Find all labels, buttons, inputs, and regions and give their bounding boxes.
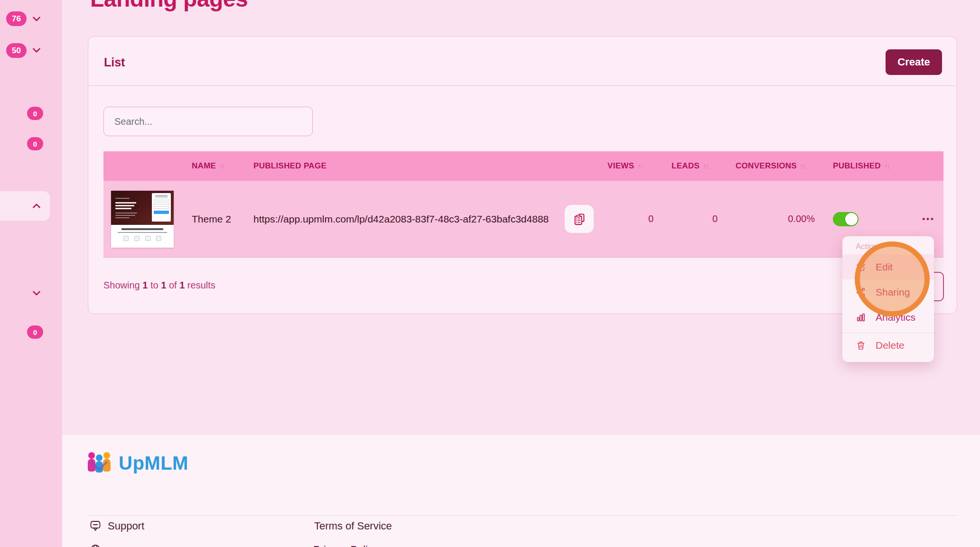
chevron-down-icon[interactable] xyxy=(30,287,43,299)
footer-link-privacy[interactable]: Privacy Policy xyxy=(313,544,378,547)
row-views: 0 xyxy=(596,213,660,224)
menu-item-delete[interactable]: Delete xyxy=(842,333,934,357)
sort-icon[interactable]: ↑↓ xyxy=(637,162,643,170)
share-icon xyxy=(856,287,866,297)
header-published-page: PUBLISHED PAGE xyxy=(246,161,596,171)
support-chat-icon xyxy=(90,520,101,532)
count-badge: 0 xyxy=(27,137,43,150)
row-actions-ellipsis-button[interactable]: ••• xyxy=(922,215,935,223)
header-published[interactable]: PUBLISHED↑↓ xyxy=(821,161,888,171)
brand-logo[interactable]: UpMLM xyxy=(85,451,188,475)
brand-name: UpMLM xyxy=(119,453,188,474)
trash-icon xyxy=(856,340,866,351)
footer-link-language[interactable] xyxy=(90,544,101,547)
actions-menu: Actions Edit Sharing Anal xyxy=(842,236,934,362)
copy-url-button[interactable] xyxy=(564,204,594,233)
page-title: Landing pages xyxy=(90,0,248,12)
menu-item-analytics[interactable]: Analytics xyxy=(842,305,934,330)
bar-chart-icon xyxy=(856,312,866,323)
count-badge: 76 xyxy=(6,11,27,26)
globe-icon xyxy=(90,544,101,547)
edit-icon xyxy=(856,262,866,272)
header-conversions[interactable]: CONVERSIONS↑↓ xyxy=(724,161,821,171)
sort-icon[interactable]: ↑↓ xyxy=(703,162,708,170)
card-header-divider xyxy=(88,85,957,86)
table-row: Theme 2 https://app.upmlm.com/lp/d42a208… xyxy=(103,181,943,258)
landing-pages-table: NAME↑↓ PUBLISHED PAGE VIEWS↑↓ LEADS↑↓ CO… xyxy=(103,151,943,258)
count-badge: 0 xyxy=(27,325,43,339)
thumbnail-hero xyxy=(111,191,174,225)
toggle-knob xyxy=(845,213,858,225)
sort-icon[interactable]: ↑↓ xyxy=(884,162,889,170)
menu-item-sharing[interactable]: Sharing xyxy=(842,279,934,305)
landing-pages-screen: Landing pages 76 50 0 0 0 List Cr xyxy=(0,0,980,547)
create-button[interactable]: Create xyxy=(886,49,942,75)
sort-icon[interactable]: ↑↓ xyxy=(800,162,805,170)
thumbnail-body xyxy=(111,228,174,248)
header-leads[interactable]: LEADS↑↓ xyxy=(660,161,724,171)
table-header-row: NAME↑↓ PUBLISHED PAGE VIEWS↑↓ LEADS↑↓ CO… xyxy=(103,151,943,181)
row-conversions: 0.00% xyxy=(724,213,821,224)
list-card: List Create NAME↑↓ PUBLISHED PAGE VIEWS↑… xyxy=(88,36,957,314)
row-published-url: https://app.upmlm.com/lp/d42a2083-83f7-4… xyxy=(253,213,549,225)
row-name: Theme 2 xyxy=(186,213,246,225)
header-views[interactable]: VIEWS↑↓ xyxy=(596,161,660,171)
footer-link-support[interactable]: Support xyxy=(90,520,144,532)
chevron-up-icon[interactable] xyxy=(30,200,43,212)
published-toggle-on[interactable] xyxy=(833,212,859,226)
chevron-down-icon[interactable] xyxy=(30,44,43,56)
count-badge: 0 xyxy=(27,107,43,120)
sort-icon[interactable]: ↑↓ xyxy=(219,162,224,170)
sidebar: 76 50 0 0 0 xyxy=(0,0,62,547)
actions-menu-label: Actions xyxy=(842,240,934,254)
menu-item-edit[interactable]: Edit xyxy=(842,254,934,279)
landing-page-thumbnail xyxy=(111,191,174,248)
clipboard-copy-icon xyxy=(573,213,586,226)
footer xyxy=(62,435,980,547)
search-input[interactable] xyxy=(103,107,313,136)
chevron-down-icon[interactable] xyxy=(30,13,43,25)
header-name[interactable]: NAME↑↓ xyxy=(186,161,246,171)
footer-link-terms[interactable]: Terms of Service xyxy=(314,520,392,532)
upmlm-logo-icon xyxy=(85,451,113,475)
thumbnail-form xyxy=(152,193,171,222)
row-leads: 0 xyxy=(660,213,724,224)
count-badge: 50 xyxy=(6,43,27,58)
footer-divider xyxy=(88,515,957,516)
card-title: List xyxy=(104,56,125,69)
sidebar-item-active[interactable] xyxy=(0,191,50,221)
results-summary: Showing 1 to 1 of 1 results xyxy=(103,280,215,291)
